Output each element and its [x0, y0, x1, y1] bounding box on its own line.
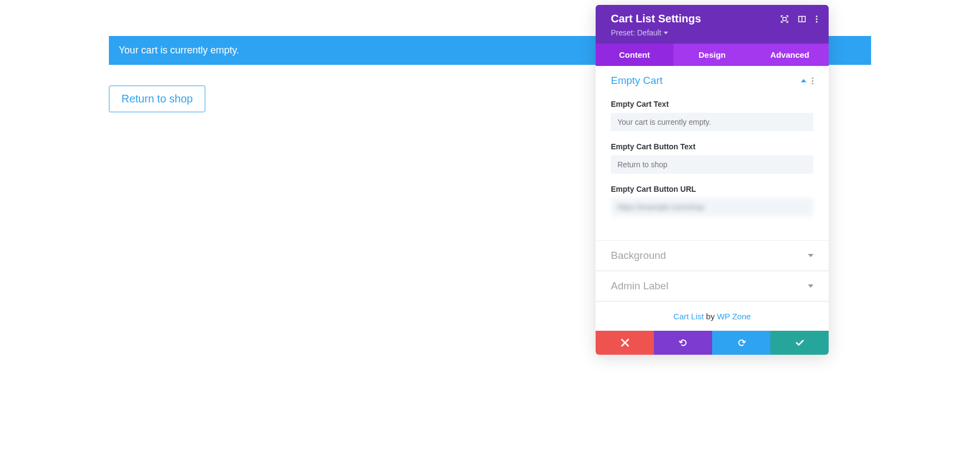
cancel-button[interactable] — [596, 331, 654, 355]
save-button[interactable] — [770, 331, 829, 355]
svg-point-3 — [816, 15, 818, 17]
tabs: Content Design Advanced — [596, 44, 829, 66]
field-label-empty-cart-button-text: Empty Cart Button Text — [611, 142, 813, 151]
section-header-background[interactable]: Background — [596, 240, 829, 271]
section-title-background: Background — [611, 250, 666, 262]
chevron-up-icon — [801, 79, 806, 82]
tab-design[interactable]: Design — [673, 44, 751, 66]
check-icon — [795, 339, 804, 346]
svg-point-5 — [816, 21, 818, 22]
panel-body: Empty Cart Empty Cart Text Empty Cart Bu… — [596, 66, 829, 331]
tab-content[interactable]: Content — [596, 44, 673, 66]
section-title-admin-label: Admin Label — [611, 280, 669, 292]
panel-title: Cart List Settings — [611, 13, 701, 25]
panel-footer-credit: Cart List by WP Zone — [596, 301, 829, 331]
chevron-down-icon — [664, 32, 668, 34]
empty-cart-button-text-input[interactable] — [611, 155, 813, 174]
return-to-shop-button[interactable]: Return to shop — [109, 86, 205, 112]
section-header-empty-cart[interactable]: Empty Cart — [596, 66, 829, 95]
preset-label: Preset: Default — [611, 28, 661, 37]
section-options-icon[interactable] — [812, 77, 813, 84]
undo-button[interactable] — [654, 331, 712, 355]
svg-rect-0 — [783, 17, 786, 21]
field-label-empty-cart-button-url: Empty Cart Button URL — [611, 185, 813, 193]
panel-header: Cart List Settings — [596, 5, 829, 44]
expand-icon[interactable] — [781, 15, 788, 23]
redo-icon — [737, 338, 746, 347]
preset-dropdown[interactable]: Preset: Default — [611, 28, 818, 37]
wp-zone-link[interactable]: WP Zone — [717, 312, 751, 321]
more-options-icon[interactable] — [816, 15, 818, 23]
action-bar — [596, 331, 829, 355]
cart-list-link[interactable]: Cart List — [673, 312, 704, 321]
settings-panel: Cart List Settings — [596, 5, 829, 355]
svg-point-4 — [816, 18, 818, 20]
chevron-down-icon — [808, 284, 813, 288]
field-label-empty-cart-text: Empty Cart Text — [611, 100, 813, 108]
undo-icon — [679, 338, 688, 347]
snap-icon[interactable] — [798, 15, 806, 23]
page-preview: Your cart is currently empty. Return to … — [0, 0, 599, 112]
close-icon — [621, 339, 629, 347]
section-title-empty-cart: Empty Cart — [611, 75, 663, 87]
redo-button[interactable] — [712, 331, 770, 355]
section-content-empty-cart: Empty Cart Text Empty Cart Button Text E… — [596, 95, 829, 240]
empty-cart-text-input[interactable] — [611, 113, 813, 131]
chevron-down-icon — [808, 254, 813, 257]
tab-advanced[interactable]: Advanced — [751, 44, 829, 66]
empty-cart-button-url-input[interactable] — [611, 198, 813, 216]
section-header-admin-label[interactable]: Admin Label — [596, 271, 829, 301]
